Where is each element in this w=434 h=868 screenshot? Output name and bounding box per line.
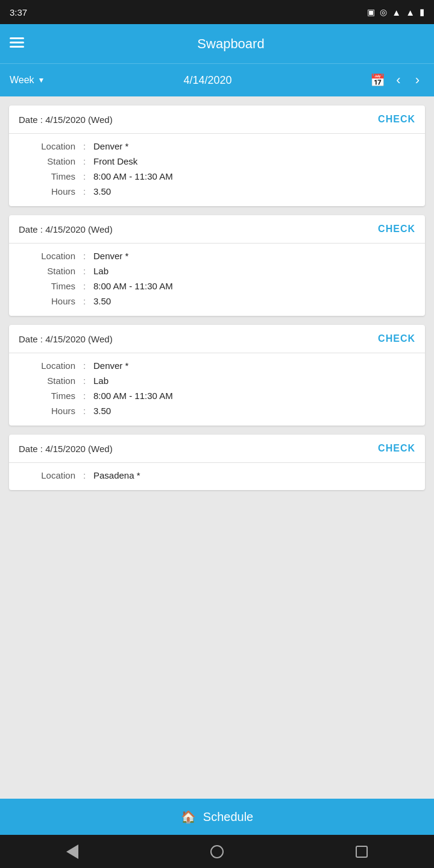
times-value-2: 8:00 AM - 11:30 AM	[93, 281, 173, 291]
recent-nav-button[interactable]	[344, 835, 380, 868]
location-value-4: Pasadena *	[93, 470, 140, 480]
check-button-3[interactable]: CHECK	[378, 333, 415, 344]
hours-value-2: 3.50	[93, 296, 111, 306]
location-sep-1: :	[75, 141, 93, 151]
card-4-date: Date : 4/15/2020 (Wed)	[19, 444, 113, 454]
times-label-2: Times	[27, 281, 75, 291]
shift-card-2: Date : 4/15/2020 (Wed) CHECK Location : …	[9, 215, 425, 316]
card-3-location-row: Location : Denver *	[27, 360, 415, 371]
location-label-4: Location	[27, 470, 75, 480]
card-1-hours-row: Hours : 3.50	[27, 186, 415, 197]
dropdown-icon: ▼	[38, 76, 45, 84]
card-3-date: Date : 4/15/2020 (Wed)	[19, 334, 113, 344]
date-display: 4/14/2020	[51, 74, 365, 87]
hours-label-1: Hours	[27, 186, 75, 197]
card-4-header: Date : 4/15/2020 (Wed) CHECK	[9, 435, 425, 463]
wifi-icon: ▲	[392, 7, 401, 17]
hours-sep-3: :	[75, 406, 93, 416]
schedule-label: Schedule	[203, 810, 253, 824]
check-button-4[interactable]: CHECK	[378, 443, 415, 454]
card-2-body: Location : Denver * Station : Lab Times …	[9, 244, 425, 316]
hours-sep-2: :	[75, 296, 93, 306]
card-1-date: Date : 4/15/2020 (Wed)	[19, 115, 113, 125]
toolbar: Week ▼ 4/14/2020 📅 ‹ ›	[0, 63, 434, 96]
times-value-3: 8:00 AM - 11:30 AM	[93, 391, 173, 401]
station-value-3: Lab	[93, 376, 108, 386]
location-value-3: Denver *	[93, 360, 128, 371]
home-icon	[210, 845, 224, 858]
target-icon: ◎	[380, 7, 387, 17]
card-1-body: Location : Denver * Station : Front Desk…	[9, 134, 425, 206]
station-sep-1: :	[75, 156, 93, 166]
shift-card-3: Date : 4/15/2020 (Wed) CHECK Location : …	[9, 325, 425, 426]
back-nav-button[interactable]	[54, 835, 90, 868]
location-label-2: Location	[27, 251, 75, 261]
station-sep-3: :	[75, 376, 93, 386]
card-3-hours-row: Hours : 3.50	[27, 406, 415, 416]
notification-icon: ▣	[367, 7, 375, 17]
card-2-date: Date : 4/15/2020 (Wed)	[19, 224, 113, 234]
station-label-1: Station	[27, 156, 75, 166]
station-sep-2: :	[75, 266, 93, 276]
card-2-station-row: Station : Lab	[27, 266, 415, 276]
check-button-2[interactable]: CHECK	[378, 224, 415, 234]
content-area: Date : 4/15/2020 (Wed) CHECK Location : …	[0, 96, 434, 799]
time-display: 3:37	[10, 7, 27, 17]
location-label-3: Location	[27, 360, 75, 371]
svg-rect-2	[10, 46, 24, 48]
prev-button[interactable]: ‹	[391, 70, 405, 90]
station-label-2: Station	[27, 266, 75, 276]
header: Swapboard	[0, 24, 434, 63]
card-3-times-row: Times : 8:00 AM - 11:30 AM	[27, 391, 415, 401]
times-sep-1: :	[75, 171, 93, 181]
card-1-header: Date : 4/15/2020 (Wed) CHECK	[9, 105, 425, 134]
hours-value-1: 3.50	[93, 186, 111, 197]
times-sep-3: :	[75, 391, 93, 401]
week-label: Week	[10, 75, 34, 86]
hours-sep-1: :	[75, 186, 93, 197]
card-2-location-row: Location : Denver *	[27, 251, 415, 261]
station-value-2: Lab	[93, 266, 108, 276]
calendar-icon[interactable]: 📅	[370, 73, 385, 87]
recent-icon	[356, 846, 368, 858]
week-selector[interactable]: Week ▼	[10, 75, 45, 86]
location-sep-2: :	[75, 251, 93, 261]
card-4-body: Location : Pasadena *	[9, 463, 425, 490]
back-icon	[66, 844, 78, 859]
app-title: Swapboard	[37, 36, 424, 52]
next-button[interactable]: ›	[410, 70, 424, 90]
card-1-location-row: Location : Denver *	[27, 141, 415, 151]
location-label-1: Location	[27, 141, 75, 151]
nav-bar	[0, 835, 434, 868]
schedule-home-icon: 🏠	[181, 810, 196, 824]
card-2-times-row: Times : 8:00 AM - 11:30 AM	[27, 281, 415, 291]
shift-card-1: Date : 4/15/2020 (Wed) CHECK Location : …	[9, 105, 425, 206]
times-label-1: Times	[27, 171, 75, 181]
nav-buttons: ‹ ›	[391, 70, 424, 90]
card-1-station-row: Station : Front Desk	[27, 156, 415, 166]
times-label-3: Times	[27, 391, 75, 401]
status-bar: 3:37 ▣ ◎ ▲ ▲ ▮	[0, 0, 434, 24]
station-label-3: Station	[27, 376, 75, 386]
shift-card-4: Date : 4/15/2020 (Wed) CHECK Location : …	[9, 435, 425, 490]
card-1-times-row: Times : 8:00 AM - 11:30 AM	[27, 171, 415, 181]
svg-rect-1	[10, 42, 24, 43]
menu-icon[interactable]	[10, 36, 28, 52]
card-3-station-row: Station : Lab	[27, 376, 415, 386]
card-3-header: Date : 4/15/2020 (Wed) CHECK	[9, 325, 425, 353]
schedule-bar[interactable]: 🏠 Schedule	[0, 799, 434, 835]
station-value-1: Front Desk	[93, 156, 137, 166]
times-sep-2: :	[75, 281, 93, 291]
card-4-location-row: Location : Pasadena *	[27, 470, 415, 480]
signal-icon: ▲	[406, 7, 415, 17]
hours-value-3: 3.50	[93, 406, 111, 416]
hours-label-3: Hours	[27, 406, 75, 416]
check-button-1[interactable]: CHECK	[378, 114, 415, 125]
card-3-body: Location : Denver * Station : Lab Times …	[9, 353, 425, 426]
battery-icon: ▮	[420, 7, 424, 17]
home-nav-button[interactable]	[199, 835, 235, 868]
location-value-2: Denver *	[93, 251, 128, 261]
times-value-1: 8:00 AM - 11:30 AM	[93, 171, 173, 181]
card-2-header: Date : 4/15/2020 (Wed) CHECK	[9, 215, 425, 244]
location-value-1: Denver *	[93, 141, 128, 151]
